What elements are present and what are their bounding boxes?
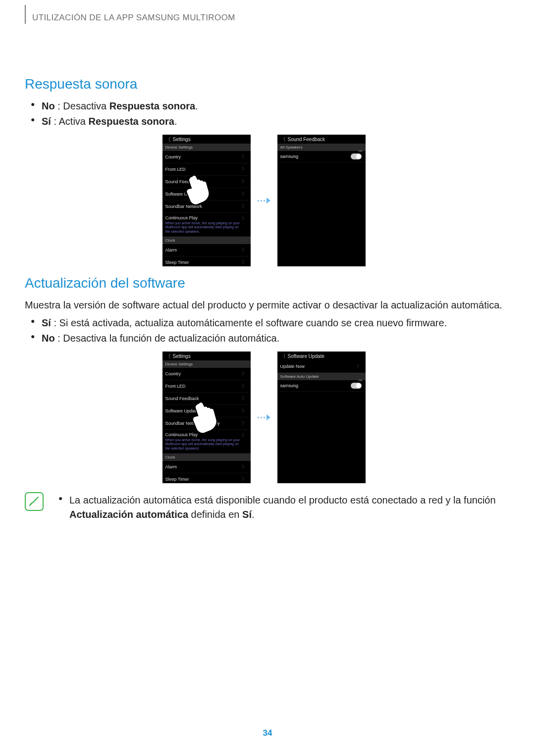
text: . — [174, 116, 177, 127]
chevron-right-icon: 〉 — [242, 420, 247, 427]
phone-section: All Speakers — [277, 144, 366, 151]
phone-header: 〈Settings — [162, 135, 251, 144]
header-rule — [25, 5, 26, 24]
chevron-right-icon: 〉 — [242, 370, 247, 377]
row-continuous-play: Continuous Play When you arrive home, th… — [162, 430, 251, 454]
figure-sound-feedback: 〈Settings Device Settings Country〉 Front… — [25, 135, 503, 266]
phone-title: Settings — [173, 137, 191, 142]
row-sound-feedback: Sound Feedback〉 — [162, 393, 251, 405]
heading-sound-feedback: Respuesta sonora — [25, 76, 503, 92]
row-note: When you arrive home, the song playing o… — [165, 437, 242, 451]
chevron-right-icon: 〉 — [242, 247, 247, 253]
row-continuous-play: Continuous Play When you arrive home, th… — [162, 213, 251, 237]
breadcrumb: UTILIZACIÓN DE LA APP SAMSUNG MULTIROOM — [32, 13, 235, 23]
label-si: Sí — [42, 116, 51, 127]
text: definida en — [188, 509, 242, 520]
chevron-right-icon: 〉 — [242, 166, 247, 173]
phone-software-update: 〈Software Update Update Now〉 Software Au… — [277, 352, 366, 483]
label-si: Sí — [42, 317, 51, 328]
phone-section: Device Settings — [162, 144, 251, 151]
text-bold: Respuesta sonora — [89, 116, 174, 127]
phone-title: Sound Feedback — [288, 137, 325, 142]
phone-settings: 〈Settings Device Settings Country〉 Front… — [162, 352, 251, 483]
row-country: Country〉 — [162, 368, 251, 380]
toggle-on-icon: On — [351, 383, 362, 389]
row-note: When you arrive home, the song playing o… — [165, 220, 242, 234]
chevron-left-icon: 〈 — [165, 353, 171, 360]
text: Desactiva — [63, 101, 109, 111]
row-update-now: Update Now〉 — [277, 360, 366, 373]
chevron-right-icon: 〉 — [242, 191, 247, 198]
text-bold: Respuesta sonora — [109, 101, 195, 111]
row-country: Country〉 — [162, 151, 251, 163]
chevron-right-icon: 〉 — [242, 463, 247, 470]
text: Desactiva la función de actualización au… — [63, 333, 279, 344]
row-alarm: Alarm〉 — [162, 461, 251, 473]
arrow-dots-icon — [258, 198, 270, 203]
chevron-right-icon: 〉 — [242, 259, 247, 266]
heading-software-update: Actualización del software — [25, 275, 503, 291]
chevron-right-icon: 〉 — [242, 407, 247, 414]
note-icon — [25, 492, 44, 511]
chevron-right-icon: 〉 — [242, 395, 247, 402]
row-soundbar-network: Soundbar Network〉 — [162, 201, 251, 213]
chevron-right-icon: 〉 — [242, 153, 247, 160]
phone-header: 〈Software Update — [277, 352, 366, 360]
chevron-right-icon: 〉 — [242, 476, 247, 483]
phone-settings: 〈Settings Device Settings Country〉 Front… — [162, 135, 251, 266]
chevron-left-icon: 〈 — [280, 136, 286, 143]
chevron-right-icon: 〉 — [242, 215, 247, 222]
paragraph: Muestra la versión de software actual de… — [25, 298, 503, 312]
phone-title: Settings — [173, 353, 191, 359]
list-item: Sí : Si está activada, actualiza automát… — [25, 316, 503, 330]
chevron-right-icon: 〉 — [357, 363, 362, 370]
text: : — [51, 317, 59, 328]
row-software-update: Software Update〉 — [162, 405, 251, 417]
chevron-right-icon: 〉 — [242, 383, 247, 390]
row-soundbar-network: Soundbar Network Standby〉 — [162, 417, 251, 430]
text: : — [55, 333, 63, 344]
chevron-right-icon: 〉 — [242, 432, 247, 439]
note-block: La actualización automática está disponi… — [25, 492, 503, 523]
row-front-led: Front LED〉 — [162, 380, 251, 393]
text: Activa — [58, 116, 88, 127]
phone-section: Device Settings — [162, 360, 251, 368]
row-sleep-timer: Sleep Timer〉 — [162, 256, 251, 266]
phone-section: Software Auto Update — [277, 373, 366, 380]
row-sound-feedback: Sound Feedback〉 — [162, 176, 251, 188]
toggle-on-icon: On — [351, 153, 362, 159]
text-bold: Sí — [242, 509, 252, 520]
phone-header: 〈Settings — [162, 352, 251, 360]
list-item: No : Desactiva Respuesta sonora. — [25, 99, 503, 113]
list-item: Sí : Activa Respuesta sonora. — [25, 114, 503, 129]
text: : — [51, 116, 59, 127]
phone-section: Clock — [162, 454, 251, 461]
label-no: No — [42, 333, 55, 344]
list-item: La actualización automática está disponi… — [53, 493, 503, 522]
row-front-led: Front LED〉 — [162, 163, 251, 176]
phone-title: Software Update — [288, 353, 325, 359]
row-speaker: samsung On — [277, 380, 366, 392]
label-no: No — [42, 101, 55, 111]
row-label: Continuous Play — [165, 215, 242, 220]
arrow-dots-icon — [258, 414, 270, 420]
list-item: No : Desactiva la función de actualizaci… — [25, 331, 503, 346]
text: Si está activada, actualiza automáticame… — [59, 317, 447, 328]
chevron-left-icon: 〈 — [165, 136, 171, 143]
phone-header: 〈Sound Feedback — [277, 135, 366, 144]
chevron-right-icon: 〉 — [242, 178, 247, 185]
text: . — [252, 509, 255, 520]
row-sleep-timer: Sleep Timer〉 — [162, 473, 251, 483]
row-label: Continuous Play — [165, 432, 242, 437]
phone-section: Clock — [162, 237, 251, 244]
phone-sound-feedback: 〈Sound Feedback All Speakers samsung On — [277, 135, 366, 266]
chevron-right-icon: 〉 — [242, 203, 247, 210]
row-software-update: Software Update〉 — [162, 188, 251, 201]
chevron-left-icon: 〈 — [280, 353, 286, 360]
row-alarm: Alarm〉 — [162, 244, 251, 256]
text: La actualización automática está disponi… — [69, 495, 496, 505]
text: : — [55, 101, 63, 111]
page-number: 34 — [0, 728, 535, 738]
text: . — [195, 101, 198, 111]
figure-software-update: 〈Settings Device Settings Country〉 Front… — [25, 352, 503, 483]
